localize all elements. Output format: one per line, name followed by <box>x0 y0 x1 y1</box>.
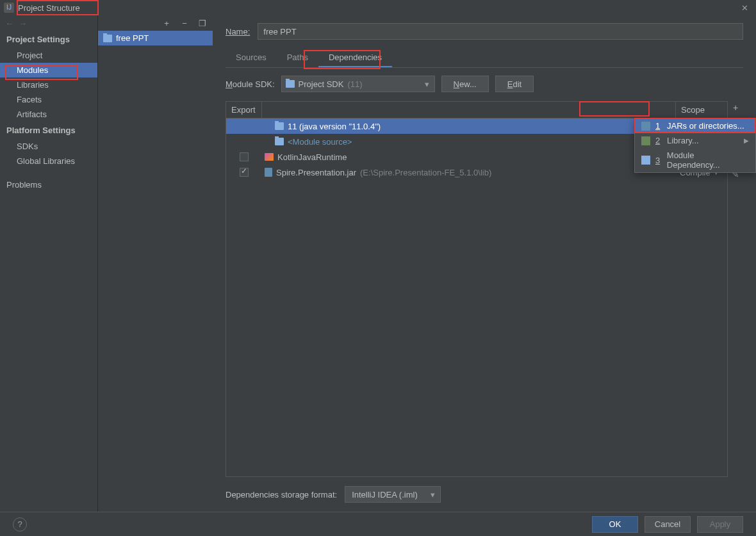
add-dependency-popup: 1 JARs or directories... 2 Library... ▶ … <box>634 118 756 173</box>
popup-index: 1 <box>655 121 662 131</box>
copy-module-icon[interactable]: ❐ <box>197 19 208 28</box>
tab-paths[interactable]: Paths <box>277 49 318 67</box>
dep-name: Spire.Presentation.jar <box>276 168 356 177</box>
folder-icon <box>103 35 112 42</box>
module-name-input[interactable] <box>258 23 743 40</box>
ok-button[interactable]: OK <box>592 516 638 533</box>
back-icon[interactable]: ← <box>5 19 13 28</box>
name-label: Name: <box>226 27 250 37</box>
remove-module-icon[interactable]: − <box>179 19 190 28</box>
export-checkbox[interactable] <box>240 168 249 177</box>
sidebar-item-libraries[interactable]: Libraries <box>0 77 97 92</box>
apply-button[interactable]: Apply <box>697 516 743 533</box>
chevron-right-icon: ▶ <box>744 137 749 144</box>
module-sdk-select[interactable]: Project SDK (11) <box>281 76 435 92</box>
folder-icon <box>286 80 295 88</box>
help-icon[interactable]: ? <box>13 517 27 532</box>
sidebar-item-artifacts[interactable]: Artifacts <box>0 107 97 122</box>
column-header-scope[interactable]: Scope <box>676 102 727 118</box>
close-icon[interactable]: ✕ <box>737 0 752 15</box>
folder-icon <box>275 138 284 145</box>
jars-icon <box>641 122 650 131</box>
tab-dependencies[interactable]: Dependencies <box>318 49 392 67</box>
dep-name: 11 (java version "11.0.4") <box>288 122 381 131</box>
jar-icon <box>265 168 272 177</box>
popup-label: Module Dependency... <box>667 150 749 170</box>
storage-value: IntelliJ IDEA (.iml) <box>352 490 418 499</box>
popup-index: 3 <box>655 156 662 165</box>
popup-label: Library... <box>667 136 699 145</box>
add-dependency-icon[interactable]: + <box>729 102 742 113</box>
dep-name: KotlinJavaRuntime <box>277 152 347 162</box>
new-sdk-button[interactable]: New... <box>441 76 489 92</box>
storage-label: Dependencies storage format: <box>226 490 337 499</box>
popup-index: 2 <box>655 136 662 145</box>
module-icon <box>641 156 650 165</box>
sidebar-item-facets[interactable]: Facets <box>0 92 97 107</box>
popup-item-jars[interactable]: 1 JARs or directories... <box>635 118 755 133</box>
tab-sources[interactable]: Sources <box>226 49 277 67</box>
edit-sdk-button[interactable]: Edit <box>495 76 534 92</box>
forward-icon[interactable]: → <box>19 19 27 28</box>
module-sdk-label: Module SDK: <box>226 79 275 89</box>
add-module-icon[interactable]: + <box>161 19 172 28</box>
module-list-item[interactable]: free PPT <box>98 31 213 45</box>
dep-path: (E:\Spire.Presentation-FE_5.1.0\lib) <box>360 168 491 177</box>
sdk-select-value: Project SDK <box>299 79 344 89</box>
sidebar-item-sdks[interactable]: SDKs <box>0 139 97 154</box>
cancel-button[interactable]: Cancel <box>645 516 691 533</box>
window-title: Project Structure <box>18 3 80 13</box>
sidebar-item-problems[interactable]: Problems <box>0 177 97 192</box>
module-name: free PPT <box>116 33 149 43</box>
sdk-select-version: (11) <box>347 79 362 89</box>
kotlin-icon <box>265 153 274 161</box>
popup-item-library[interactable]: 2 Library... ▶ <box>635 133 755 148</box>
folder-icon <box>275 122 284 130</box>
library-icon <box>641 136 650 145</box>
sidebar-item-global-libraries[interactable]: Global Libraries <box>0 154 97 168</box>
project-settings-header: Project Settings <box>0 31 97 48</box>
platform-settings-header: Platform Settings <box>0 122 97 139</box>
column-header-export[interactable]: Export <box>226 102 262 118</box>
export-checkbox[interactable] <box>240 152 249 161</box>
popup-item-module-dependency[interactable]: 3 Module Dependency... <box>635 148 755 172</box>
dep-name: <Module source> <box>288 137 352 147</box>
column-header-library <box>262 102 676 118</box>
popup-label: JARs or directories... <box>667 121 744 131</box>
sidebar-item-project[interactable]: Project <box>0 48 97 63</box>
sidebar-item-modules[interactable]: Modules <box>0 63 97 77</box>
app-icon: IJ <box>4 3 14 13</box>
storage-format-select[interactable]: IntelliJ IDEA (.iml) <box>345 486 441 503</box>
